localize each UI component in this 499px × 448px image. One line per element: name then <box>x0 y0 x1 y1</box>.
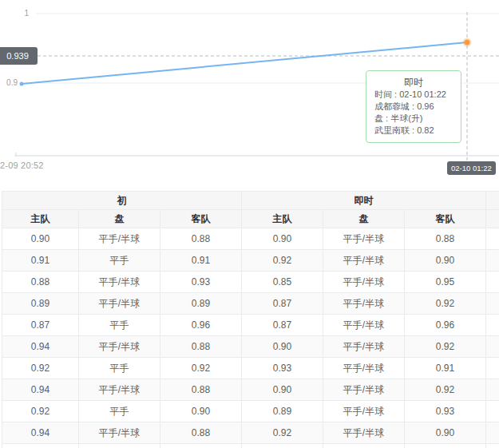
handicap-cell: 平手/半球 <box>323 250 405 272</box>
tooltip-title: 即时 <box>374 76 453 89</box>
table-row: 0.94平手/半球0.880.92平手/半球0.90 <box>2 422 499 444</box>
handicap-cell: 平手/半球 <box>79 422 160 444</box>
handicap-cell: 平手/半球 <box>79 379 160 401</box>
cutoff-cell <box>486 422 499 444</box>
col-header-handicap: 盘 <box>323 210 405 228</box>
col-header-handicap: 盘 <box>79 210 160 228</box>
home-odds-cell: 0.88 <box>2 272 79 293</box>
handicap-cell: 平手 <box>79 250 160 272</box>
group-header-initial: 初 <box>2 192 242 210</box>
empty-cell <box>323 444 405 448</box>
group-header-realtime: 即时 <box>242 192 486 210</box>
cutoff-cell <box>486 293 499 315</box>
col-header-away: 客队 <box>160 210 242 228</box>
tooltip-away-line: 武里南联 : 0.82 <box>374 125 453 137</box>
handicap-cell: 平手/半球 <box>79 228 160 250</box>
cutoff-cell <box>486 401 499 422</box>
handicap-cell: 平手/半球 <box>323 228 405 250</box>
away-odds-cell: 0.88 <box>160 422 242 444</box>
away-odds-cell: 0.96 <box>405 315 486 336</box>
away-odds-cell: 0.93 <box>405 401 486 422</box>
cutoff-cell <box>486 336 499 358</box>
home-odds-cell: 0.90 <box>242 336 323 358</box>
handicap-cell: 平手/半球 <box>79 336 160 358</box>
handicap-cell: 平手 <box>79 401 160 422</box>
group-header-cutoff <box>486 192 499 210</box>
handicap-cell: 平手/半球 <box>323 293 405 315</box>
home-odds-cell: 0.92 <box>242 422 323 444</box>
handicap-cell: 平手/半球 <box>323 358 405 379</box>
table-row: 0.92平手0.900.89平手/半球0.93 <box>2 401 499 422</box>
table-row: 0.92平手0.920.93平手/半球0.91 <box>2 358 499 379</box>
home-odds-cell: 0.92 <box>2 401 79 422</box>
away-odds-cell: 0.88 <box>405 228 486 250</box>
away-odds-cell: 0.88 <box>160 228 242 250</box>
chart-tooltip: 即时 时间 : 02-10 01:22 成都蓉城 : 0.96 盘 : 半球(升… <box>366 70 461 143</box>
empty-cell <box>486 444 499 448</box>
odds-line-chart[interactable]: 1 0.9 0.939 2-09 20:52 02-10 01:22 即时 时间… <box>0 0 499 191</box>
cutoff-cell <box>486 379 499 401</box>
home-odds-cell: 0.90 <box>2 228 79 250</box>
table-row: 0.90平手/半球0.880.90平手/半球0.88 <box>2 228 499 250</box>
away-odds-cell: 0.92 <box>405 336 486 358</box>
away-odds-cell: 0.92 <box>160 358 242 379</box>
table-row: 0.88平手/半球0.930.85平手/半球0.95 <box>2 272 499 293</box>
away-odds-cell: 0.92 <box>405 379 486 401</box>
table-row: 0.89平手/半球0.890.87平手/半球0.92 <box>2 293 499 315</box>
home-odds-cell: 0.87 <box>2 315 79 336</box>
home-odds-cell: 0.89 <box>242 401 323 422</box>
away-odds-cell: 0.92 <box>405 293 486 315</box>
away-odds-cell: 0.93 <box>160 272 242 293</box>
table-row: 0.91平手0.910.92平手/半球0.90 <box>2 250 499 272</box>
cutoff-cell <box>486 315 499 336</box>
series-end-point[interactable] <box>465 40 470 46</box>
y-axis-label-1: 1 <box>13 9 29 18</box>
empty-cell <box>160 444 242 448</box>
empty-cell <box>79 444 160 448</box>
home-odds-cell: 0.90 <box>242 379 323 401</box>
home-odds-cell: 0.87 <box>242 315 323 336</box>
away-odds-cell: 0.91 <box>405 358 486 379</box>
table-row: 0.94平手/半球0.880.90平手/半球0.92 <box>2 336 499 358</box>
handicap-cell: 平手/半球 <box>79 293 160 315</box>
col-header-away: 客队 <box>405 210 486 228</box>
home-odds-cell: 0.94 <box>2 379 79 401</box>
empty-cell <box>242 444 323 448</box>
handicap-cell: 平手/半球 <box>323 422 405 444</box>
col-header-home: 主队 <box>2 210 79 228</box>
away-odds-cell: 0.90 <box>160 401 242 422</box>
away-odds-cell: 0.90 <box>405 422 486 444</box>
home-odds-cell: 0.89 <box>2 293 79 315</box>
table-row-partial <box>2 444 499 448</box>
handicap-cell: 平手 <box>79 358 160 379</box>
odds-table: 初 即时 主队 盘 客队 主队 盘 客队 0.90平手/半球0.880.90平手… <box>2 191 499 448</box>
table-row: 0.87平手0.960.87平手/半球0.96 <box>2 315 499 336</box>
tooltip-time-line: 时间 : 02-10 01:22 <box>374 89 453 101</box>
handicap-cell: 平手/半球 <box>323 315 405 336</box>
y-axis-pointer-badge: 0.939 <box>0 47 38 65</box>
group-header-row: 初 即时 <box>2 192 499 210</box>
away-odds-cell: 0.88 <box>160 379 242 401</box>
y-axis-label-0-9: 0.9 <box>2 78 18 87</box>
handicap-cell: 平手/半球 <box>323 336 405 358</box>
home-odds-cell: 0.94 <box>2 422 79 444</box>
home-odds-cell: 0.91 <box>2 250 79 272</box>
home-odds-cell: 0.85 <box>242 272 323 293</box>
cutoff-cell <box>486 272 499 293</box>
odds-table-container: 初 即时 主队 盘 客队 主队 盘 客队 0.90平手/半球0.880.90平手… <box>2 191 499 448</box>
home-odds-cell: 0.94 <box>2 336 79 358</box>
away-odds-cell: 0.96 <box>160 315 242 336</box>
away-odds-cell: 0.91 <box>160 250 242 272</box>
table-row: 0.94平手/半球0.880.90平手/半球0.92 <box>2 379 499 401</box>
home-odds-cell: 0.93 <box>242 358 323 379</box>
empty-cell <box>2 444 79 448</box>
odds-page: 1 0.9 0.939 2-09 20:52 02-10 01:22 即时 时间… <box>0 0 499 448</box>
series-start-point[interactable] <box>20 82 24 86</box>
col-header-home: 主队 <box>242 210 323 228</box>
cutoff-cell <box>486 358 499 379</box>
home-odds-cell: 0.90 <box>242 228 323 250</box>
tooltip-handicap-line: 盘 : 半球(升) <box>374 113 453 125</box>
home-odds-cell: 0.92 <box>242 250 323 272</box>
col-header-cutoff <box>486 210 499 228</box>
tooltip-home-line: 成都蓉城 : 0.96 <box>374 101 453 113</box>
